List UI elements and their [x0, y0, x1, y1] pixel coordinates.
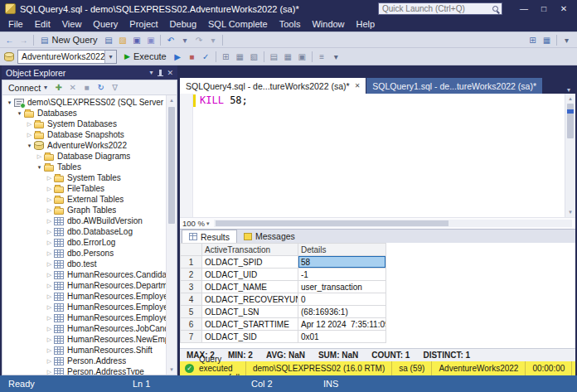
include-actual-plan-icon[interactable]: ⊞: [219, 50, 233, 63]
new-file-icon[interactable]: ▤: [101, 33, 115, 46]
scroll-up-icon[interactable]: ▴: [167, 95, 177, 105]
tree-node[interactable]: ▾AdventureWorks2022: [2, 140, 166, 151]
client-stats-icon[interactable]: ▧: [247, 50, 261, 63]
document-tab-2[interactable]: SQLQuery1.sql - de...tureWorks2022 (sa)*: [366, 78, 542, 94]
grid-cell-name[interactable]: OLDACT_LSN: [202, 306, 298, 318]
menu-item-window[interactable]: Window: [306, 17, 350, 31]
cancel-query-icon[interactable]: ■: [185, 50, 199, 63]
object-explorer-scrollbar[interactable]: ▴ ▾: [166, 95, 177, 375]
tree-node[interactable]: ▷dbo.DatabaseLog: [2, 226, 166, 237]
expand-icon[interactable]: ▷: [45, 194, 54, 205]
results-to-grid-icon[interactable]: ▦: [281, 50, 295, 63]
parse-icon[interactable]: ✓: [199, 50, 213, 63]
execute-button[interactable]: ▶ Execute: [120, 49, 171, 64]
grid-cell-name[interactable]: OLDACT_UID: [202, 269, 298, 281]
scrollbar-thumb[interactable]: [168, 107, 175, 224]
debug-icon[interactable]: ▶: [171, 50, 185, 63]
expand-icon[interactable]: ▷: [25, 119, 34, 129]
expand-icon[interactable]: ▷: [45, 312, 54, 323]
quick-launch-input[interactable]: [382, 4, 482, 13]
menu-item-debug[interactable]: Debug: [164, 17, 202, 31]
maximize-button[interactable]: □: [534, 1, 554, 17]
expand-icon[interactable]: ▷: [45, 269, 54, 280]
tree-node[interactable]: ▷HumanResources.JobCandida...: [2, 323, 166, 334]
tree-node[interactable]: ▷HumanResources.Department: [2, 280, 166, 291]
tree-node[interactable]: ▷System Tables: [2, 172, 166, 183]
new-query-button[interactable]: ▤ New Query: [36, 32, 101, 47]
results-to-text-icon[interactable]: ▤: [267, 50, 281, 63]
grid-cell-value[interactable]: 58: [298, 256, 386, 269]
tab-results[interactable]: Results: [182, 230, 237, 243]
grid-cell-value[interactable]: 0x01: [298, 331, 386, 343]
expand-icon[interactable]: ▷: [45, 323, 54, 334]
scrollbar-track[interactable]: [167, 105, 177, 365]
expand-icon[interactable]: ▷: [45, 248, 54, 259]
expand-icon[interactable]: ▷: [45, 356, 54, 366]
comment-icon[interactable]: ≡: [315, 50, 329, 63]
grid-row-number[interactable]: 5: [181, 306, 202, 318]
expand-icon[interactable]: ▷: [35, 151, 44, 162]
collapse-icon[interactable]: ▾: [35, 162, 44, 172]
grid-cell-name[interactable]: OLDACT_NAME: [202, 281, 298, 293]
tree-node[interactable]: ▷Person.Address: [2, 356, 166, 366]
grid-row-number[interactable]: 3: [181, 281, 202, 293]
grid-row-number[interactable]: 7: [181, 331, 202, 343]
undo-icon[interactable]: ↶: [163, 33, 177, 46]
window-position-icon[interactable]: ▾: [149, 69, 153, 76]
new-connection-icon[interactable]: ✚: [51, 81, 65, 94]
tree-node[interactable]: ▷External Tables: [2, 194, 166, 205]
tree-node[interactable]: ▷HumanResources.EmployeeD...: [2, 302, 166, 312]
grid-row-number[interactable]: 6: [181, 318, 202, 331]
tab-messages[interactable]: Messages: [237, 230, 302, 243]
scrollbar-track[interactable]: [565, 104, 575, 207]
tree-node[interactable]: ▷dbo.AWBuildVersion: [2, 215, 166, 226]
menu-item-edit[interactable]: Edit: [29, 17, 56, 31]
save-icon[interactable]: ▣: [129, 33, 143, 46]
editor-horizontal-scrollbar[interactable]: [214, 220, 572, 227]
results-to-file-icon[interactable]: ▣: [295, 50, 309, 63]
grid-cell-value[interactable]: user_transaction: [298, 281, 386, 293]
expand-icon[interactable]: ▷: [45, 302, 54, 312]
title-bar[interactable]: SQLQuery4.sql - demo\SQLEXPRESS02.Advent…: [0, 0, 577, 17]
document-tab-1[interactable]: SQLQuery4.sql - de...tureWorks2022 (sa)*…: [180, 78, 366, 94]
collapse-icon[interactable]: ▾: [25, 140, 34, 151]
scrollbar-thumb[interactable]: [216, 220, 449, 226]
grid-cell-name[interactable]: OLDACT_SPID: [202, 256, 298, 269]
grid-row-number[interactable]: 1: [181, 256, 202, 269]
tree-node[interactable]: ▷Person.AddressType: [2, 366, 166, 375]
chevron-down-icon[interactable]: ▾: [104, 51, 116, 63]
nav-back-icon[interactable]: ←: [2, 33, 17, 46]
tree-node[interactable]: ▷Database Diagrams: [2, 151, 166, 162]
menu-item-help[interactable]: Help: [351, 17, 381, 31]
filter-icon[interactable]: ∇: [108, 81, 122, 94]
tree-node[interactable]: ▷FileTables: [2, 183, 166, 194]
grid-row-number[interactable]: 2: [181, 269, 202, 281]
tree-node[interactable]: ▷HumanResources.Shift: [2, 345, 166, 356]
grid-column-header[interactable]: Details: [298, 244, 386, 256]
expand-icon[interactable]: ▷: [45, 183, 54, 194]
grid-cell-value[interactable]: (68:16936:1): [298, 306, 386, 318]
scroll-down-icon[interactable]: ▾: [167, 365, 177, 375]
expand-icon[interactable]: ▷: [45, 366, 54, 375]
redo-dropdown-icon[interactable]: ▾: [206, 33, 220, 46]
expand-icon[interactable]: ▷: [45, 291, 54, 302]
scroll-up-icon[interactable]: ▴: [565, 94, 575, 104]
menu-item-view[interactable]: View: [56, 17, 88, 31]
tree-node[interactable]: ▷Graph Tables: [2, 205, 166, 215]
pin-icon[interactable]: [159, 70, 162, 75]
editor-code-line[interactable]: KILL 58;: [193, 94, 248, 217]
nav-forward-icon[interactable]: →: [17, 33, 31, 46]
live-query-stats-icon[interactable]: ▦: [233, 50, 247, 63]
tree-node[interactable]: ▷HumanResources.Employee: [2, 291, 166, 302]
sql-editor[interactable]: KILL 58; ▴ ▾: [180, 94, 575, 217]
object-explorer-header[interactable]: Object Explorer ▾ ✕: [2, 65, 177, 80]
expand-icon[interactable]: ▷: [45, 345, 54, 356]
snippets-icon[interactable]: ▦: [540, 33, 554, 46]
minimize-button[interactable]: —: [514, 1, 534, 17]
grid-cell-name[interactable]: OLDACT_SID: [202, 331, 298, 343]
tree-node[interactable]: ▷HumanResources.NewEmploy...: [2, 334, 166, 345]
collapse-icon[interactable]: ▾: [5, 97, 14, 108]
tree-node[interactable]: ▷dbo.Persons: [2, 248, 166, 259]
disconnect-icon[interactable]: ✕: [65, 81, 80, 94]
tree-node[interactable]: ▷Database Snapshots: [2, 129, 166, 140]
